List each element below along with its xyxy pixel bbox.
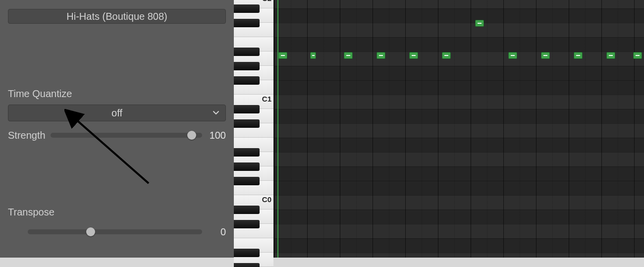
midi-note[interactable] bbox=[310, 52, 316, 59]
midi-note[interactable] bbox=[475, 20, 484, 27]
black-key[interactable] bbox=[234, 48, 260, 56]
region-name-label: Hi-Hats (Boutique 808) bbox=[66, 11, 167, 22]
annotation-arrow bbox=[64, 109, 163, 193]
octave-label: C0 bbox=[262, 195, 271, 210]
transpose-slider-thumb[interactable] bbox=[86, 227, 95, 236]
midi-note[interactable] bbox=[376, 52, 385, 59]
inspector-panel: Hi-Hats (Boutique 808) Time Quantize off… bbox=[0, 0, 234, 258]
black-key[interactable] bbox=[234, 105, 260, 113]
strength-slider[interactable] bbox=[51, 133, 202, 138]
midi-note[interactable] bbox=[574, 52, 583, 59]
black-key[interactable] bbox=[234, 4, 260, 13]
midi-note[interactable] bbox=[278, 52, 287, 59]
transpose-label: Transpose bbox=[8, 207, 226, 218]
midi-note[interactable] bbox=[541, 52, 550, 59]
black-key[interactable] bbox=[234, 177, 260, 185]
midi-note[interactable] bbox=[409, 52, 418, 59]
midi-note[interactable] bbox=[344, 52, 353, 59]
midi-note[interactable] bbox=[633, 52, 642, 59]
black-key[interactable] bbox=[234, 249, 260, 257]
black-key[interactable] bbox=[234, 263, 260, 267]
strength-value: 100 bbox=[207, 130, 226, 141]
transpose-slider[interactable] bbox=[28, 229, 202, 234]
strength-slider-thumb[interactable] bbox=[187, 131, 196, 140]
transpose-value: 0 bbox=[207, 226, 226, 238]
black-key[interactable] bbox=[234, 162, 260, 171]
black-key[interactable] bbox=[234, 206, 260, 214]
black-key[interactable] bbox=[234, 62, 260, 70]
midi-note[interactable] bbox=[606, 52, 615, 59]
piano-keyboard[interactable]: C2C1C0 bbox=[234, 0, 274, 258]
midi-note[interactable] bbox=[508, 52, 517, 59]
time-quantize-label: Time Quantize bbox=[8, 88, 226, 100]
time-quantize-dropdown[interactable]: off bbox=[8, 105, 226, 121]
time-quantize-value: off bbox=[111, 107, 122, 119]
octave-label: C2 bbox=[262, 0, 271, 8]
black-key[interactable] bbox=[234, 19, 260, 27]
playhead[interactable] bbox=[277, 0, 278, 258]
black-key[interactable] bbox=[234, 76, 260, 85]
strength-row: Strength 100 bbox=[8, 126, 226, 144]
region-name-button[interactable]: Hi-Hats (Boutique 808) bbox=[8, 9, 226, 24]
black-key[interactable] bbox=[234, 148, 260, 157]
note-grid[interactable] bbox=[274, 0, 644, 258]
app-window: Hi-Hats (Boutique 808) Time Quantize off… bbox=[0, 0, 644, 258]
midi-note[interactable] bbox=[442, 52, 451, 59]
chevron-down-icon bbox=[213, 110, 219, 115]
piano-roll: C2C1C0 bbox=[234, 0, 644, 258]
transpose-row: 0 bbox=[8, 223, 226, 241]
black-key[interactable] bbox=[234, 119, 260, 128]
strength-label: Strength bbox=[8, 130, 46, 141]
black-key[interactable] bbox=[234, 220, 260, 228]
octave-label: C1 bbox=[262, 95, 271, 109]
